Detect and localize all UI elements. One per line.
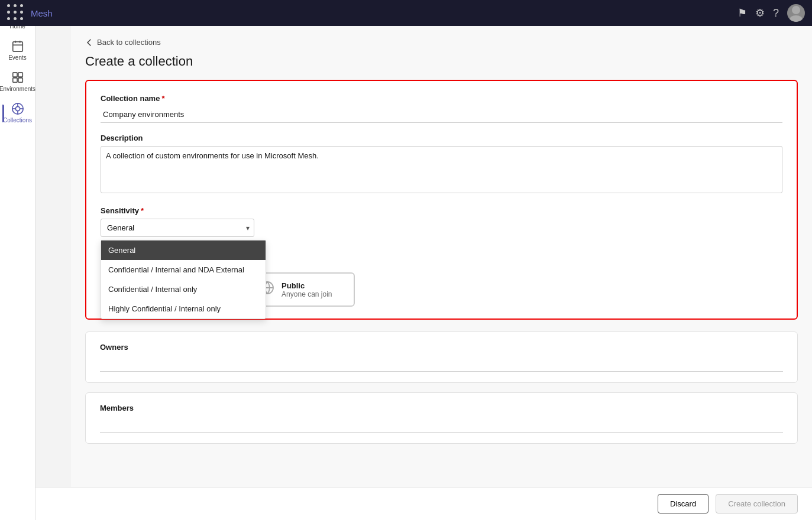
bottom-bar: Discard Create collection bbox=[35, 487, 812, 520]
svg-rect-2 bbox=[12, 42, 22, 52]
svg-point-11 bbox=[15, 106, 20, 110]
help-icon[interactable]: ? bbox=[773, 7, 779, 20]
topbar-actions: ⚑ ⚙ ? bbox=[737, 4, 805, 22]
public-title: Public bbox=[282, 281, 332, 290]
user-avatar[interactable] bbox=[787, 4, 805, 22]
form-card: Collection name* Description A collectio… bbox=[85, 80, 798, 320]
svg-rect-6 bbox=[12, 73, 17, 77]
sidebar-item-events[interactable]: Events bbox=[2, 36, 33, 65]
svg-rect-7 bbox=[18, 73, 22, 77]
flag-icon[interactable]: ⚑ bbox=[737, 6, 747, 20]
dropdown-item-confidential-nda[interactable]: Confidential / Internal and NDA External bbox=[101, 260, 266, 280]
members-input[interactable] bbox=[100, 416, 783, 433]
collection-name-label: Collection name* bbox=[101, 94, 782, 103]
topbar: Mesh ⚑ ⚙ ? bbox=[0, 0, 812, 26]
owners-label: Owners bbox=[100, 343, 783, 352]
sidebar-collections-label: Collections bbox=[3, 117, 32, 124]
back-arrow-icon bbox=[85, 38, 93, 47]
collections-icon bbox=[11, 102, 24, 115]
discard-button[interactable]: Discard bbox=[658, 494, 709, 514]
create-collection-button[interactable]: Create collection bbox=[716, 494, 798, 514]
sensitivity-select[interactable]: General Confidential / Internal and NDA … bbox=[101, 219, 254, 237]
collection-name-input[interactable] bbox=[101, 106, 782, 123]
sidebar-events-label: Events bbox=[8, 54, 27, 61]
app-title: Mesh bbox=[31, 8, 732, 18]
description-input[interactable]: A collection of custom environments for … bbox=[101, 146, 782, 193]
sensitivity-dropdown: General Confidential / Internal and NDA … bbox=[101, 240, 266, 319]
description-label: Description bbox=[101, 134, 782, 142]
main-content: Back to collections Create a collection … bbox=[71, 26, 812, 520]
members-section: Members bbox=[85, 392, 798, 444]
app-grid-icon[interactable] bbox=[7, 4, 25, 22]
events-icon bbox=[11, 40, 24, 53]
members-label: Members bbox=[100, 404, 783, 412]
page-title: Create a collection bbox=[85, 54, 798, 69]
public-subtitle: Anyone can join bbox=[282, 290, 332, 298]
sidebar-item-environments[interactable]: Environments bbox=[2, 67, 33, 96]
gear-icon[interactable]: ⚙ bbox=[755, 6, 765, 20]
environments-icon bbox=[11, 71, 24, 84]
dropdown-item-confidential-internal[interactable]: Confidential / Internal only bbox=[101, 280, 266, 299]
svg-point-0 bbox=[792, 6, 800, 14]
svg-rect-8 bbox=[12, 78, 17, 82]
sensitivity-wrapper: General Confidential / Internal and NDA … bbox=[101, 219, 254, 237]
public-option-text: Public Anyone can join bbox=[282, 281, 332, 298]
sidebar: Home Events Environments Collections bbox=[0, 0, 35, 520]
svg-rect-9 bbox=[18, 78, 22, 82]
svg-point-1 bbox=[790, 15, 803, 22]
owners-section: Owners bbox=[85, 332, 798, 383]
dropdown-item-general[interactable]: General bbox=[101, 240, 266, 260]
back-link[interactable]: Back to collections bbox=[85, 38, 798, 47]
sensitivity-label: Sensitivity* bbox=[101, 206, 782, 215]
dropdown-item-highly-confidential[interactable]: Highly Confidential / Internal only bbox=[101, 299, 266, 318]
owners-input[interactable] bbox=[100, 355, 783, 372]
sidebar-item-collections[interactable]: Collections bbox=[2, 99, 33, 128]
sidebar-environments-label: Environments bbox=[0, 86, 35, 93]
